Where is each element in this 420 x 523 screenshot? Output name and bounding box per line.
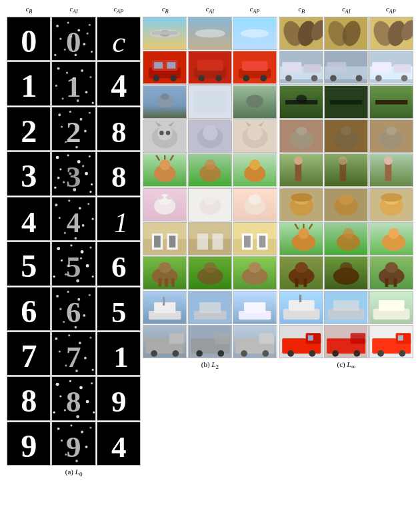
l0-8-cai: 8 [51, 376, 95, 420]
svg-rect-338 [325, 120, 367, 152]
svg-point-136 [80, 386, 83, 390]
svg-point-12 [55, 54, 57, 56]
svg-text:3: 3 [21, 158, 37, 193]
svg-text:3: 3 [66, 160, 81, 193]
l2-8-cai [188, 291, 232, 324]
svg-point-112 [75, 326, 77, 328]
svg-point-95 [53, 276, 55, 278]
linf-col-headers: cB cAI cAP [279, 5, 413, 15]
linf-4-cap [369, 153, 413, 187]
svg-text:1: 1 [21, 68, 37, 103]
l2-row-4 [143, 153, 277, 187]
svg-point-157 [76, 460, 79, 462]
svg-point-278 [151, 350, 158, 357]
svg-point-54 [77, 160, 81, 163]
svg-point-283 [196, 350, 203, 357]
svg-point-189 [161, 93, 169, 100]
l2-row-6 [143, 222, 277, 255]
l2-5-cap [233, 188, 277, 221]
svg-rect-163 [152, 31, 178, 35]
svg-point-31 [73, 77, 75, 79]
l0-row-5: 5 5 [7, 241, 141, 286]
svg-point-229 [166, 195, 175, 199]
svg-point-166 [195, 29, 225, 38]
l0-row-9: 9 9 [7, 422, 141, 466]
svg-text:8: 8 [111, 160, 127, 193]
linf-row-5 [279, 188, 413, 221]
svg-point-60 [55, 187, 57, 189]
svg-point-64 [57, 177, 60, 179]
svg-point-43 [84, 129, 87, 132]
l0-8-cb: 8 [7, 376, 51, 420]
svg-rect-252 [259, 235, 266, 247]
svg-point-119 [55, 338, 58, 340]
svg-point-63 [83, 165, 85, 167]
l2-row-2 [143, 85, 277, 119]
svg-rect-304 [282, 62, 301, 73]
l0-footer-label: (a) [65, 468, 73, 476]
l0-7-cb: 7 [7, 332, 51, 376]
svg-rect-396 [333, 300, 359, 310]
svg-point-125 [65, 364, 67, 366]
l0-6-cai: 6 [51, 287, 95, 331]
svg-text:4: 4 [67, 207, 81, 237]
l2-1-cai [188, 51, 232, 84]
svg-rect-193 [189, 86, 231, 118]
l0-6-cap: 5 [97, 287, 141, 331]
svg-point-228 [155, 195, 164, 199]
svg-text:0: 0 [21, 23, 37, 59]
svg-point-106 [67, 290, 69, 292]
l2-6-cb [143, 222, 187, 255]
svg-point-313 [356, 75, 363, 82]
svg-text:2: 2 [66, 115, 81, 148]
svg-point-155 [85, 446, 88, 448]
l0-2-cai: 2 [51, 107, 95, 151]
l2-grid [143, 17, 277, 358]
l0-1-cap: 4 [97, 61, 141, 105]
l2-7-cap [233, 256, 277, 290]
svg-rect-256 [159, 279, 162, 288]
linf-row-6 [279, 222, 413, 255]
l0-header-cb: cB [7, 5, 51, 15]
svg-rect-297 [325, 17, 367, 49]
l0-header-cai: cAI [51, 5, 96, 15]
svg-rect-271 [199, 302, 221, 313]
svg-rect-242 [169, 235, 176, 247]
svg-point-91 [61, 259, 63, 262]
svg-point-62 [69, 173, 72, 175]
l2-row-3 [143, 119, 277, 153]
linf-2-cai [324, 85, 368, 119]
linf-3-cap [369, 119, 413, 153]
svg-point-89 [81, 250, 84, 253]
svg-point-124 [84, 357, 87, 360]
svg-point-73 [69, 199, 71, 201]
svg-point-195 [247, 95, 264, 107]
svg-point-138 [60, 396, 62, 398]
svg-text:1: 1 [113, 340, 129, 374]
svg-text:8: 8 [111, 115, 127, 148]
svg-point-72 [55, 203, 58, 206]
svg-point-374 [388, 228, 399, 239]
svg-point-79 [75, 237, 77, 239]
linf-grid [279, 17, 413, 358]
svg-point-40 [80, 118, 83, 121]
svg-rect-287 [259, 333, 275, 344]
linf-footer: (c) L∞ [279, 360, 413, 516]
svg-text:5: 5 [21, 248, 37, 284]
svg-point-57 [85, 172, 89, 175]
svg-rect-245 [197, 233, 208, 249]
svg-point-264 [249, 262, 261, 273]
svg-point-92 [86, 264, 89, 268]
svg-point-53 [67, 155, 69, 157]
svg-point-153 [90, 426, 92, 428]
l2-7-cai [188, 256, 232, 290]
l2-5-cai [188, 188, 232, 221]
linf-6-cb [279, 222, 323, 255]
svg-text:4: 4 [111, 68, 127, 103]
l0-2-cap: 8 [97, 107, 141, 151]
svg-rect-316 [372, 62, 391, 73]
svg-point-387 [385, 262, 397, 273]
l0-9-cai: 9 [51, 422, 95, 466]
svg-point-61 [91, 183, 93, 185]
svg-point-6 [78, 29, 81, 31]
